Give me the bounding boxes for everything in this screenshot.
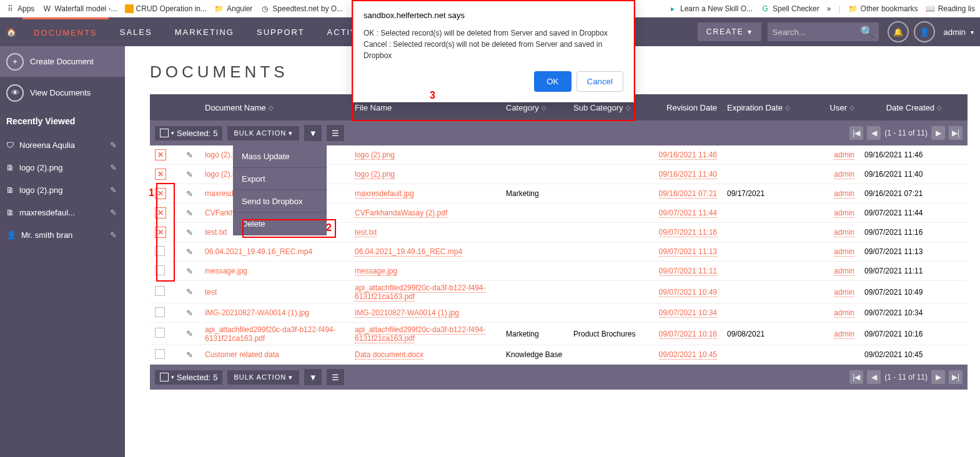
revision-date-link[interactable]: 09/07/2021 11:44 [659, 209, 717, 218]
file-name-link[interactable]: Data document.docx [355, 350, 423, 360]
revision-date-link[interactable]: 09/16/2021 11:40 [659, 170, 717, 179]
bookmark-speedtest[interactable]: ◷Speedtest.net by O... [260, 4, 343, 14]
doc-name-link[interactable]: api_attachfiled299f20c-da3f-b122-f494-61… [205, 325, 335, 343]
pencil-icon[interactable] [186, 189, 195, 198]
file-name-link[interactable]: test.txt [355, 228, 377, 237]
bookmark-waterfall[interactable]: WWaterfall model -... [42, 4, 117, 14]
bulk-action-button-bottom[interactable]: BULK ACTION▾ [227, 370, 299, 385]
pager-next[interactable]: ▶ [931, 126, 945, 140]
row-checkbox[interactable] [155, 265, 165, 275]
search-input[interactable] [773, 27, 860, 37]
row-selected-icon[interactable]: ✕ [155, 149, 166, 160]
user-link[interactable]: admin [834, 308, 854, 318]
user-link[interactable]: admin [834, 189, 854, 199]
filter-button[interactable]: ▼ [304, 125, 322, 141]
user-avatar-icon[interactable]: 👤 [914, 21, 935, 42]
file-name-link[interactable]: api_attachfiled299f20c-da3f-b122-f494-61… [355, 325, 485, 343]
row-selected-icon[interactable]: ✕ [155, 227, 166, 238]
bookmark-reading[interactable]: 📖Reading lis [926, 4, 975, 14]
revision-date-link[interactable]: 09/16/2021 11:46 [659, 150, 717, 160]
row-checkbox[interactable] [155, 307, 165, 317]
col-revision-date[interactable]: Revision Date [650, 103, 722, 112]
bookmark-apps[interactable]: ⠿Apps [5, 4, 34, 14]
bulk-mass-update[interactable]: Mass Update [233, 145, 327, 168]
doc-name-link[interactable]: Customer related data [205, 350, 279, 359]
nav-marketing[interactable]: MARKETING [164, 17, 245, 46]
pager-prev[interactable]: ◀ [867, 370, 881, 384]
revision-date-link[interactable]: 09/07/2021 10:16 [659, 330, 717, 339]
row-selected-icon[interactable]: ✕ [155, 188, 166, 199]
pencil-icon[interactable] [186, 308, 195, 317]
file-name-link[interactable]: logo (2).png [355, 170, 395, 179]
pencil-icon[interactable] [110, 163, 119, 172]
bulk-delete[interactable]: Delete [233, 213, 327, 235]
doc-name-link[interactable]: message.jpg [205, 267, 247, 275]
pager-first[interactable]: |◀ [849, 126, 863, 140]
doc-name-link[interactable]: test [205, 288, 217, 297]
pager-last[interactable]: ▶| [949, 370, 963, 384]
revision-date-link[interactable]: 09/07/2021 11:11 [659, 267, 717, 276]
col-sub-category[interactable]: Sub Category◇ [568, 103, 650, 112]
user-link[interactable]: admin [834, 170, 854, 179]
dialog-cancel-button[interactable]: Cancel [577, 71, 624, 92]
bookmark-more[interactable]: » [827, 4, 831, 13]
revision-date-link[interactable]: 09/07/2021 11:16 [659, 228, 717, 237]
pencil-icon[interactable] [110, 208, 119, 217]
row-checkbox[interactable] [155, 328, 165, 338]
recent-item[interactable]: 🗎 maxresdefaul... [0, 201, 125, 224]
pencil-icon[interactable] [186, 329, 195, 338]
recent-item[interactable]: 🗎 logo (2).png [0, 156, 125, 179]
row-selected-icon[interactable]: ✕ [155, 169, 166, 180]
pencil-icon[interactable] [186, 150, 195, 159]
bulk-export[interactable]: Export [233, 168, 327, 190]
view-documents-button[interactable]: 👁 View Documents [0, 77, 125, 109]
bookmark-crud[interactable]: CRUD Operation in... [125, 4, 207, 13]
pencil-icon[interactable] [186, 247, 195, 256]
pencil-icon[interactable] [110, 185, 119, 194]
doc-name-link[interactable]: test.txt [205, 228, 227, 237]
col-category[interactable]: Category◇ [501, 103, 568, 112]
user-link[interactable]: admin [834, 209, 854, 218]
bulk-send-to-dropbox[interactable]: Send to Dropbox [233, 190, 327, 213]
selected-count[interactable]: ▾ Selected:5 [155, 126, 222, 140]
revision-date-link[interactable]: 09/07/2021 10:49 [659, 288, 717, 297]
bookmark-spell[interactable]: GSpell Checker [760, 4, 819, 14]
create-document-button[interactable]: + Create Document [0, 46, 125, 77]
filter-button-bottom[interactable]: ▼ [304, 369, 322, 385]
nav-documents[interactable]: DOCUMENTS [22, 17, 109, 46]
pencil-icon[interactable] [186, 228, 195, 237]
doc-name-link[interactable]: 06.04.2021_19.49.16_REC.mp4 [205, 247, 312, 256]
doc-name-link[interactable]: IMG-20210827-WA0014 (1).jpg [205, 308, 309, 317]
pager-first[interactable]: |◀ [849, 370, 863, 384]
revision-date-link[interactable]: 09/16/2021 07:21 [659, 189, 717, 199]
file-name-link[interactable]: message.jpg [355, 267, 397, 276]
pencil-icon[interactable] [186, 209, 195, 217]
recent-item[interactable]: 🛡 Noreena Aqulia [0, 134, 125, 156]
notifications-icon[interactable]: 🔔 [888, 21, 909, 42]
bookmark-anguler[interactable]: 📁Anguler [214, 4, 252, 14]
pencil-icon[interactable] [186, 287, 195, 296]
bookmark-learn[interactable]: ▸Learn a New Skill O... [668, 4, 753, 14]
file-name-link[interactable]: logo (2).png [355, 150, 395, 160]
user-link[interactable]: admin [834, 330, 854, 339]
col-document-name[interactable]: Document Name◇ [200, 103, 350, 112]
col-expiration-date[interactable]: Expiration Date◇ [722, 103, 809, 112]
bulk-action-button[interactable]: BULK ACTION▾ [227, 126, 299, 140]
nav-support[interactable]: SUPPORT [245, 17, 316, 46]
pencil-icon[interactable] [186, 350, 195, 359]
file-name-link[interactable]: 06.04.2021_19.49.16_REC.mp4 [355, 247, 462, 257]
search-icon[interactable]: 🔍 [860, 25, 874, 39]
user-link[interactable]: admin [834, 247, 854, 257]
row-checkbox[interactable] [155, 246, 165, 256]
list-view-button-bottom[interactable]: ☰ [327, 369, 344, 385]
col-user[interactable]: User◇ [809, 103, 859, 112]
pencil-icon[interactable] [110, 140, 119, 149]
row-selected-icon[interactable]: ✕ [155, 207, 166, 219]
file-name-link[interactable]: CVFarkhandaWasay (2).pdf [355, 209, 447, 218]
revision-date-link[interactable]: 09/07/2021 11:13 [659, 247, 717, 257]
pager-prev[interactable]: ◀ [867, 126, 881, 140]
recent-item[interactable]: 🗎 logo (2).png [0, 179, 125, 201]
nav-sales[interactable]: SALES [109, 17, 164, 46]
col-file-name[interactable]: File Name [350, 103, 501, 112]
user-link[interactable]: admin [834, 267, 854, 276]
